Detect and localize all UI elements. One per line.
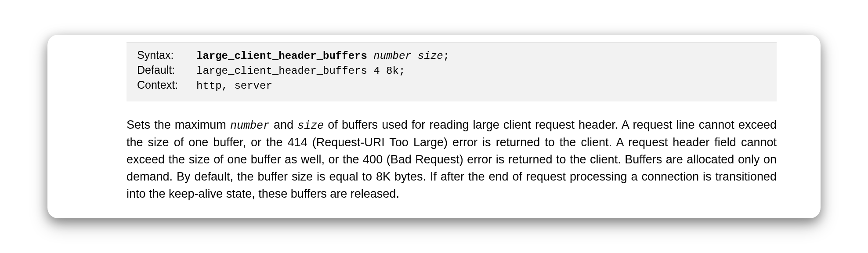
context-label: Context:: [137, 79, 196, 91]
desc-part2: and: [270, 118, 297, 131]
syntax-value: large_client_header_buffers number size;: [196, 50, 449, 62]
syntax-directive-name: large_client_header_buffers: [196, 50, 367, 62]
desc-code-number: number: [230, 119, 270, 132]
desc-code-size: size: [297, 119, 324, 132]
default-row: Default: large_client_header_buffers 4 8…: [137, 64, 766, 77]
syntax-terminator: ;: [443, 50, 449, 62]
syntax-param-size: size: [418, 50, 443, 62]
default-value: large_client_header_buffers 4 8k;: [196, 65, 405, 77]
directive-definition-box: Syntax: large_client_header_buffers numb…: [127, 42, 777, 101]
syntax-row: Syntax: large_client_header_buffers numb…: [137, 49, 766, 62]
context-value: http, server: [196, 80, 272, 92]
doc-card: Syntax: large_client_header_buffers numb…: [47, 35, 821, 218]
default-label: Default:: [137, 64, 196, 76]
context-row: Context: http, server: [137, 79, 766, 92]
desc-part1: Sets the maximum: [127, 118, 230, 131]
syntax-label: Syntax:: [137, 49, 196, 61]
syntax-param-number: number: [373, 50, 411, 62]
directive-description: Sets the maximum number and size of buff…: [127, 116, 777, 202]
